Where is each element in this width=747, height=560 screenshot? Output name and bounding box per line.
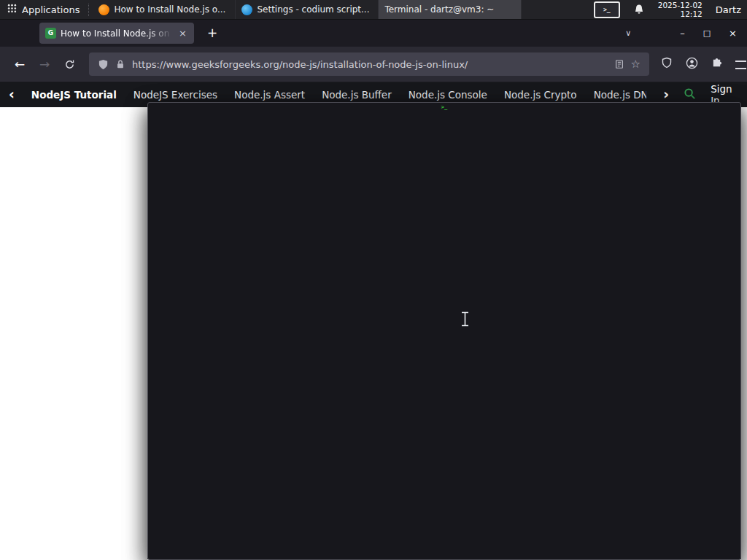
user-menu[interactable]: Dartz [716,4,741,15]
reload-button[interactable] [58,53,80,75]
toolbar-icons [658,57,738,72]
taskbar-item[interactable]: How to Install Node.js o... [93,0,236,19]
codium-icon [241,4,252,15]
new-tab-button[interactable]: + [203,24,222,43]
applications-menu[interactable]: Applications [0,0,87,19]
clock-time: 12:12 [658,9,703,18]
tab-close-icon[interactable]: × [177,28,188,39]
browser-tab[interactable]: GHow to Install Node.js on× [39,23,194,44]
clock-date: 2025-12-02 [658,1,703,9]
site-nav-link[interactable]: NodeJS Tutorial [31,89,117,101]
top-panel: Applications How to Install Node.js o...… [0,0,747,20]
gfg-favicon: G [45,28,56,39]
site-nav-link[interactable]: Node.js Buffer [322,89,392,101]
taskbar-item-title: Terminal - dartz@vm3: ~ [384,4,494,15]
forward-button[interactable]: → [34,53,55,75]
desktop: Applications How to Install Node.js o...… [0,0,747,560]
nav-scroll-left-icon[interactable]: ‹ [9,88,15,101]
extension-shield-icon[interactable] [661,57,673,71]
panel-right: >_ 2025-12-02 12:12 Dartz [594,0,747,19]
site-nav-link[interactable]: Node.js Console [409,89,487,101]
window-maximize-button[interactable]: □ [703,28,711,38]
site-nav-link[interactable]: NodeJS Exercises [133,89,217,101]
firefox-icon [98,4,109,15]
window-close-button[interactable]: × [729,28,737,39]
account-icon[interactable] [686,57,698,72]
list-all-tabs-icon[interactable]: ∨ [625,28,631,38]
url-text[interactable]: https://www.geeksforgeeks.org/node-js/in… [132,59,608,70]
browser-toolbar: ← → https://www.geeksforgeeks.org/node-j… [0,47,747,82]
tracking-shield-icon[interactable] [98,59,109,70]
clock[interactable]: 2025-12-02 12:12 [658,1,703,18]
nav-scroll-right-icon[interactable]: › [663,88,669,101]
applications-label: Applications [22,4,80,15]
taskbar: How to Install Node.js o...Settings - co… [93,0,522,19]
panel-separator [88,4,91,16]
applications-icon [7,4,17,15]
site-nav-link[interactable]: Node.js Crypto [504,89,577,101]
bookmark-star-icon[interactable]: ☆ [631,58,640,71]
reader-view-icon[interactable] [614,59,624,69]
tab-title: How to Install Node.js on [61,28,173,39]
taskbar-item-title: Settings - codium script... [257,4,369,15]
tab-strip: GHow to Install Node.js on× + ∨ – □ × [0,20,747,47]
lock-icon[interactable] [115,59,125,69]
url-bar[interactable]: https://www.geeksforgeeks.org/node-js/in… [89,52,649,76]
tabstrip-right: ∨ – □ × [625,28,747,39]
search-icon[interactable] [684,88,696,102]
site-nav-links: NodeJS TutorialNodeJS ExercisesNode.js A… [31,89,646,101]
back-button[interactable]: ← [9,53,31,75]
window-minimize-button[interactable]: – [680,28,685,39]
tray-terminal-icon[interactable]: >_ [594,1,620,18]
tray-terminal-glyph: >_ [603,7,611,13]
taskbar-item[interactable]: >_Terminal - dartz@vm3: ~ [379,0,522,19]
site-nav-link[interactable]: Node.js Assert [234,89,305,101]
taskbar-item-title: How to Install Node.js o... [114,4,225,15]
extensions-puzzle-icon[interactable] [711,58,722,71]
taskbar-item[interactable]: Settings - codium script... [236,0,379,19]
site-nav-link[interactable]: Node.js DNS [594,89,647,101]
notifications-bell-icon[interactable] [633,4,645,15]
